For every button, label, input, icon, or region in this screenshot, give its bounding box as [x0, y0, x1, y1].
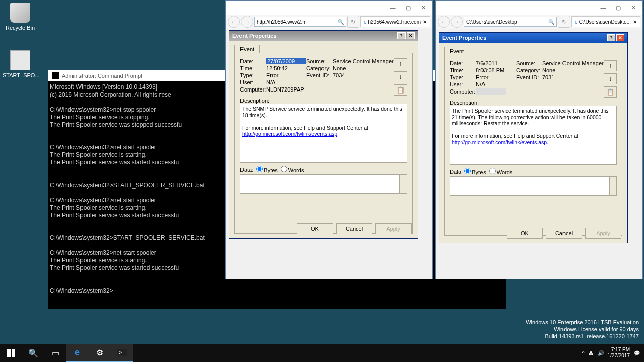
- scrollbar[interactable]: [609, 177, 616, 195]
- tab-close-icon[interactable]: ✕: [633, 19, 637, 25]
- data-label: Data:: [240, 167, 253, 173]
- down-arrow-button[interactable]: ↓: [394, 71, 407, 82]
- back-button[interactable]: ←: [228, 16, 240, 28]
- ok-button[interactable]: OK: [507, 228, 543, 239]
- network-icon[interactable]: 🖧: [589, 350, 594, 356]
- type-label: Type:: [450, 74, 476, 80]
- forward-button[interactable]: →: [241, 16, 253, 28]
- settings-taskbar-button[interactable]: ⚙: [89, 344, 111, 362]
- refresh-button[interactable]: ↻: [558, 16, 570, 28]
- up-arrow-button[interactable]: ↑: [394, 58, 407, 69]
- back-button[interactable]: ←: [438, 16, 450, 28]
- dialog-titlebar[interactable]: Event Properties ? ✕: [439, 33, 627, 43]
- apply-button[interactable]: Apply: [585, 228, 621, 239]
- dialog-title: Event Properties: [442, 35, 486, 41]
- computer-value: [476, 88, 506, 95]
- notifications-icon[interactable]: 💬: [634, 350, 640, 356]
- cmd-title-text: Administrator: Command Prompt: [62, 73, 142, 79]
- scrollbar[interactable]: [399, 175, 407, 193]
- time-value: 8:03:08 PM: [476, 67, 516, 73]
- source-label: Source:: [306, 58, 333, 64]
- ie-taskbar-button[interactable]: e: [66, 344, 89, 362]
- maximize-button[interactable]: ▢: [611, 3, 625, 13]
- date-label: Date:: [240, 58, 266, 64]
- help-link[interactable]: http://go.microsoft.com/fwlink/events.as…: [242, 131, 337, 137]
- ie-left-titlebar[interactable]: — ▢ ✕: [226, 1, 432, 15]
- address-bar[interactable]: http://h20564.www2.h🔍: [254, 17, 346, 27]
- words-radio[interactable]: Words: [281, 166, 304, 173]
- cmd-icon: [52, 72, 59, 79]
- computer-label: Computer:: [240, 86, 266, 93]
- event-properties-dialog-right[interactable]: Event Properties ? ✕ Event ↑ ↓ 📋 Date: 7…: [439, 32, 628, 243]
- minimize-button[interactable]: —: [386, 3, 400, 13]
- bytes-radio[interactable]: Bytes: [464, 168, 486, 175]
- time-label: Time:: [240, 65, 266, 71]
- user-label: User:: [240, 79, 266, 85]
- data-label: Data: [450, 169, 461, 175]
- category-label: Category:: [516, 67, 542, 73]
- type-value: Error: [266, 72, 306, 78]
- maximize-button[interactable]: ▢: [401, 3, 415, 13]
- tray-chevron-icon[interactable]: ^: [582, 350, 585, 356]
- user-value: N/A: [476, 81, 516, 87]
- ok-button[interactable]: OK: [297, 223, 333, 234]
- close-button[interactable]: ✕: [416, 3, 430, 13]
- help-link[interactable]: http://go.microsoft.com/fwlink/events.as…: [452, 139, 547, 145]
- address-bar[interactable]: C:\Users\user\Desktop🔍: [464, 17, 557, 27]
- apply-button[interactable]: Apply: [375, 223, 412, 234]
- browser-tab[interactable]: eh20564.www2.hpe.com✕: [360, 16, 430, 27]
- windows-logo-icon: [7, 349, 15, 357]
- tab-close-icon[interactable]: ✕: [423, 19, 427, 25]
- system-tray[interactable]: ^ 🖧 🔊 7:17 PM 1/27/2017 💬: [582, 347, 644, 359]
- description-box[interactable]: The SNMP Service service terminated unex…: [240, 104, 407, 163]
- taskbar[interactable]: 🔍 ▭ e ⚙ >_ ^ 🖧 🔊 7:17 PM 1/27/2017 💬: [0, 344, 644, 362]
- close-button[interactable]: ✕: [616, 34, 624, 41]
- refresh-button[interactable]: ↻: [347, 16, 359, 28]
- copy-button[interactable]: 📋: [604, 86, 617, 98]
- batch-file-icon: [10, 50, 30, 70]
- batch-file-label: START_SPO...: [3, 72, 38, 78]
- cancel-button[interactable]: Cancel: [546, 228, 582, 239]
- recycle-bin[interactable]: Recycle Bin: [3, 3, 38, 31]
- user-label: User:: [450, 81, 476, 87]
- task-view-button[interactable]: ▭: [44, 344, 66, 362]
- computer-value: NLDN7209PAP: [266, 86, 407, 93]
- cmd-taskbar-button[interactable]: >_: [111, 344, 133, 362]
- user-value: N/A: [266, 79, 306, 85]
- search-button[interactable]: 🔍: [22, 344, 44, 362]
- help-button[interactable]: ?: [397, 32, 406, 39]
- recycle-bin-label: Recycle Bin: [3, 25, 38, 31]
- bytes-radio[interactable]: Bytes: [256, 166, 278, 173]
- date-value: 27/07/2009: [266, 58, 306, 64]
- ie-right-titlebar[interactable]: — ▢ ✕: [436, 1, 642, 15]
- start-button[interactable]: [0, 344, 22, 362]
- event-tab[interactable]: Event: [234, 45, 260, 53]
- source-label: Source:: [516, 60, 542, 66]
- words-radio[interactable]: Words: [489, 168, 513, 175]
- dialog-titlebar[interactable]: Event Properties ? ✕: [229, 31, 418, 41]
- down-arrow-button[interactable]: ↓: [604, 73, 617, 84]
- data-box[interactable]: [240, 174, 407, 194]
- windows-watermark: Windows 10 Enterprise 2016 LTSB Evaluati…: [526, 319, 639, 340]
- close-button[interactable]: ✕: [407, 32, 415, 39]
- event-properties-dialog-left[interactable]: Event Properties ? ✕ Event ↑ ↓ 📋 Date: 2…: [229, 30, 418, 239]
- copy-button[interactable]: 📋: [394, 84, 407, 96]
- description-box[interactable]: The Print Spooler service terminated une…: [450, 106, 617, 165]
- eventid-label: Event ID:: [516, 74, 542, 80]
- cmd-icon: >_: [117, 349, 126, 356]
- volume-icon[interactable]: 🔊: [598, 350, 604, 356]
- minimize-button[interactable]: —: [596, 3, 610, 13]
- event-tab[interactable]: Event: [444, 47, 469, 55]
- close-button[interactable]: ✕: [626, 3, 640, 13]
- ie-icon: e: [364, 19, 367, 25]
- data-box[interactable]: [450, 176, 617, 196]
- date-label: Date:: [450, 60, 476, 66]
- time-value: 12:50:42: [266, 65, 306, 71]
- browser-tab[interactable]: eC:\Users\user\Deskto...✕: [571, 16, 640, 27]
- up-arrow-button[interactable]: ↑: [604, 60, 617, 71]
- cancel-button[interactable]: Cancel: [336, 223, 372, 234]
- clock[interactable]: 7:17 PM 1/27/2017: [608, 347, 630, 359]
- forward-button[interactable]: →: [451, 16, 463, 28]
- help-button[interactable]: ?: [607, 34, 615, 41]
- batch-file-shortcut[interactable]: START_SPO...: [3, 50, 38, 78]
